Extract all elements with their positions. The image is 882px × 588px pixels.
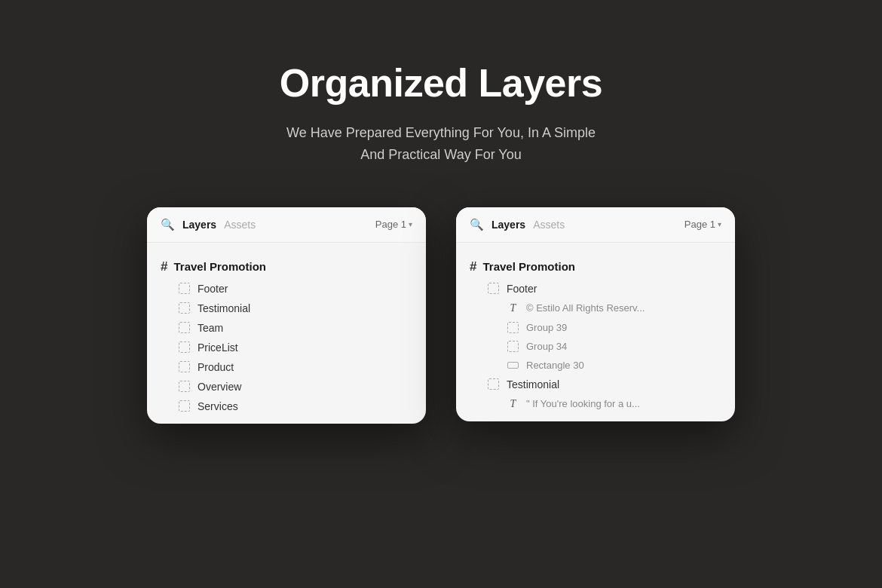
list-item[interactable]: Overview	[147, 377, 426, 397]
search-icon[interactable]: 🔍	[161, 218, 175, 231]
list-item[interactable]: Product	[147, 357, 426, 377]
layer-label: Team	[198, 322, 223, 334]
list-item[interactable]: T © Estilo All Rights Reserv...	[456, 299, 735, 318]
list-item-testimonial[interactable]: Testimonial	[456, 375, 735, 394]
right-panel-body: # Travel Promotion Footer T © Estilo All…	[456, 243, 735, 421]
search-icon[interactable]: 🔍	[470, 218, 484, 231]
layer-root-left[interactable]: # Travel Promotion	[147, 255, 426, 279]
list-item[interactable]: Footer	[147, 279, 426, 299]
text-icon: T	[507, 302, 519, 314]
dashed-square-icon	[179, 341, 190, 353]
left-panel: 🔍 Layers Assets Page 1 ▾ # Travel Promot…	[147, 207, 426, 424]
rectangle-icon	[507, 362, 519, 369]
page-selector-left[interactable]: Page 1 ▾	[375, 219, 412, 230]
tab-layers-right[interactable]: Layers	[492, 219, 525, 231]
layer-root-label-right: Travel Promotion	[482, 260, 575, 273]
hero-subtitle: We Have Prepared Everything For You, In …	[286, 122, 596, 166]
hash-icon: #	[161, 259, 167, 274]
layer-root-label-left: Travel Promotion	[173, 260, 266, 273]
left-panel-header: 🔍 Layers Assets Page 1 ▾	[147, 207, 426, 243]
layer-label: Group 39	[526, 322, 567, 333]
dashed-square-icon	[179, 302, 190, 314]
page-selector-right[interactable]: Page 1 ▾	[684, 219, 721, 230]
dashed-square-icon	[179, 322, 190, 333]
page-title: Organized Layers	[280, 60, 602, 106]
chevron-down-icon: ▾	[718, 220, 721, 228]
list-item[interactable]: Group 39	[456, 318, 735, 337]
dashed-square-icon	[507, 341, 519, 352]
dashed-square-icon	[507, 322, 519, 333]
dashed-square-icon	[179, 381, 190, 392]
layer-label: Overview	[198, 381, 241, 393]
layer-root-right[interactable]: # Travel Promotion	[456, 255, 735, 279]
dashed-square-icon	[179, 361, 190, 372]
dashed-square-icon	[488, 283, 499, 294]
list-item-footer[interactable]: Footer	[456, 279, 735, 299]
list-item[interactable]: T " If You're looking for a u...	[456, 394, 735, 414]
hash-icon: #	[470, 259, 476, 274]
layer-label: PriceList	[198, 341, 238, 354]
list-item[interactable]: Services	[147, 397, 426, 416]
layer-label: Rectangle 30	[526, 360, 584, 371]
text-icon: T	[507, 398, 519, 410]
chevron-down-icon: ▾	[409, 220, 412, 228]
panels-container: 🔍 Layers Assets Page 1 ▾ # Travel Promot…	[147, 207, 735, 424]
tab-assets-left[interactable]: Assets	[224, 219, 256, 231]
layer-label: Services	[198, 400, 238, 412]
list-item[interactable]: PriceList	[147, 338, 426, 357]
left-panel-body: # Travel Promotion Footer Testimonial Te…	[147, 243, 426, 424]
right-panel-header: 🔍 Layers Assets Page 1 ▾	[456, 207, 735, 243]
dashed-square-icon	[179, 400, 190, 412]
layer-label: Group 34	[526, 341, 567, 352]
dashed-square-icon	[488, 378, 499, 390]
layer-label: Footer	[198, 283, 228, 295]
layer-label: © Estilo All Rights Reserv...	[526, 302, 645, 314]
list-item[interactable]: Testimonial	[147, 299, 426, 318]
layer-label-testimonial: Testimonial	[507, 378, 559, 390]
list-item[interactable]: Team	[147, 318, 426, 338]
layer-label: Testimonial	[198, 302, 250, 314]
list-item[interactable]: Group 34	[456, 337, 735, 356]
tab-layers-left[interactable]: Layers	[182, 219, 216, 231]
layer-label-footer: Footer	[507, 283, 537, 295]
right-panel: 🔍 Layers Assets Page 1 ▾ # Travel Promot…	[456, 207, 735, 421]
dashed-square-icon	[179, 283, 190, 294]
list-item[interactable]: Rectangle 30	[456, 356, 735, 375]
tab-assets-right[interactable]: Assets	[533, 219, 565, 231]
layer-label: Product	[198, 361, 234, 373]
layer-label: " If You're looking for a u...	[526, 398, 640, 409]
